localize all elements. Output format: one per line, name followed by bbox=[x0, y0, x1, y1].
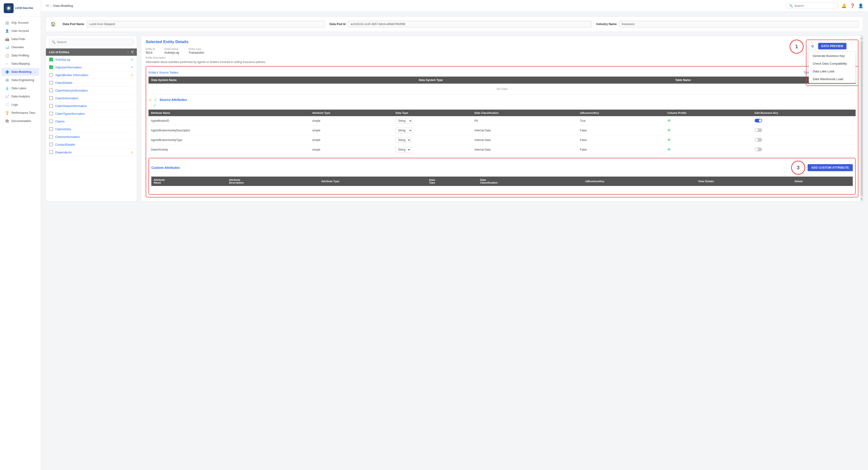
data-profiling-icon: 📋 bbox=[5, 54, 9, 57]
dropdown-item-data-lake-load[interactable]: Data Lake Load bbox=[809, 67, 855, 75]
topbar-search-input[interactable] bbox=[794, 4, 835, 7]
sidebar-item-data-modeling[interactable]: 🔷 Data Modeling › bbox=[1, 68, 39, 76]
scroll-down-arrow[interactable]: ▼ bbox=[860, 197, 863, 201]
org-account-icon: 🏢 bbox=[5, 21, 9, 25]
list-item[interactable]: ClaimTypeInformation bbox=[46, 110, 137, 118]
sidebar-item-data-pods[interactable]: 🗃️ Data Pods bbox=[1, 35, 39, 43]
data-type-select[interactable]: String bbox=[396, 147, 411, 152]
data-type-select[interactable]: String bbox=[396, 137, 411, 143]
checkbox-checked[interactable]: ✓ bbox=[49, 58, 53, 61]
main-content: 🏠 Data Pod Name Data Pod Id Industry Nam… bbox=[41, 12, 868, 470]
notification-icon[interactable]: 🔔 bbox=[841, 3, 846, 8]
list-item[interactable]: ClaimHistoryInformation bbox=[46, 87, 137, 94]
topbar-search[interactable]: 🔍 bbox=[786, 3, 838, 9]
data-type-select[interactable]: String Integer Date bbox=[396, 118, 412, 124]
sidebar-item-org-account[interactable]: 🏢 Org. Account bbox=[1, 19, 39, 27]
eye-icon[interactable]: 👁 bbox=[667, 138, 671, 142]
eye-icon[interactable]: 👁 bbox=[667, 119, 671, 123]
list-item[interactable]: ClaimInformation bbox=[46, 94, 137, 102]
gear-button[interactable]: ⚙ bbox=[809, 42, 816, 50]
list-item[interactable]: Dependents ⚠ bbox=[46, 149, 137, 156]
data-mapping-icon: ↔️ bbox=[5, 62, 9, 66]
list-item[interactable]: ClaimsData bbox=[46, 125, 137, 133]
checkbox-empty[interactable] bbox=[49, 112, 53, 116]
sidebar-item-data-engineering[interactable]: ⚙️ Data Engineering bbox=[1, 76, 39, 84]
datapod-industry-input[interactable] bbox=[619, 21, 859, 27]
datapod-name-label: Data Pod Name bbox=[63, 23, 84, 26]
checkbox-empty[interactable] bbox=[49, 143, 53, 146]
sidebar-item-performance-tiers[interactable]: 🏆 Performance Tiers bbox=[1, 109, 39, 117]
sidebar-item-data-mapping[interactable]: ↔️ Data Mapping bbox=[1, 60, 39, 68]
checkbox-empty[interactable] bbox=[49, 127, 53, 131]
toggle-off[interactable] bbox=[755, 148, 762, 151]
toggle-off[interactable] bbox=[755, 138, 762, 142]
list-item[interactable]: ✓ AdjusterInformation ✓ bbox=[46, 63, 137, 71]
entity-name: Claims bbox=[55, 120, 65, 123]
column-profile-cell[interactable]: 👁 bbox=[665, 126, 752, 135]
list-item[interactable]: ClaimStatusInformation bbox=[46, 102, 137, 110]
data-type-select[interactable]: String Integer bbox=[396, 128, 412, 133]
entity-name: ClaimHistoryInformation bbox=[55, 89, 88, 92]
sidebar-item-data-analytics[interactable]: 📈 Data Analytics bbox=[1, 93, 39, 100]
sidebar: LUCID Data Hub 🏢 Org. Account 👤 User Acc… bbox=[0, 0, 41, 470]
eye-icon[interactable]: 👁 bbox=[667, 128, 671, 132]
list-item[interactable]: ContactDetails bbox=[46, 141, 137, 149]
table-row-no-data: No Data bbox=[149, 84, 856, 95]
custom-attr-empty-row bbox=[151, 186, 853, 192]
help-icon[interactable]: ❓ bbox=[850, 3, 855, 8]
list-item[interactable]: ✓ ActivityLog ✓ bbox=[46, 56, 137, 63]
sidebar-item-user-account[interactable]: 👤 User Account bbox=[1, 27, 39, 35]
entity-search-input[interactable] bbox=[57, 40, 131, 44]
datapod-name-input[interactable] bbox=[87, 21, 325, 27]
user-avatar-icon[interactable]: 👤 bbox=[858, 3, 863, 8]
add-custom-attribute-button[interactable]: ADD CUSTOM ATTRIBUTE bbox=[808, 164, 853, 171]
checkbox-empty[interactable] bbox=[49, 104, 53, 108]
classification-cell: PII bbox=[472, 116, 578, 126]
sidebar-item-overview[interactable]: 📊 Overview bbox=[1, 43, 39, 51]
sidebar-item-data-profiling[interactable]: 📋 Data Profiling bbox=[1, 52, 39, 60]
sidebar-item-logs[interactable]: 📄 Logs bbox=[1, 101, 39, 109]
sort-icon[interactable]: ↓ bbox=[127, 50, 129, 54]
eye-icon[interactable]: 👁 bbox=[667, 148, 671, 152]
entity-desc-value: Information about activities performed b… bbox=[146, 60, 859, 64]
data-engineering-icon: ⚙️ bbox=[5, 78, 9, 82]
entity-source-tables-link[interactable]: Entity's Source Tables bbox=[149, 71, 178, 74]
column-profile-cell[interactable]: 👁 bbox=[665, 145, 752, 155]
dropdown-item-data-warehouse-load[interactable]: Data Warehouse Load bbox=[809, 75, 855, 83]
sidebar-item-label: Data Mapping bbox=[11, 62, 30, 65]
checkbox-empty[interactable] bbox=[49, 81, 53, 85]
user-account-icon: 👤 bbox=[5, 29, 9, 33]
checkbox-checked[interactable]: ✓ bbox=[49, 65, 53, 69]
list-item[interactable]: ClaimsInformation bbox=[46, 133, 137, 141]
column-profile-cell[interactable]: 👁 bbox=[665, 135, 752, 145]
scroll-bar[interactable]: ▲ ▼ bbox=[860, 36, 863, 201]
checkbox-empty[interactable] bbox=[49, 73, 53, 77]
sidebar-item-data-lakes[interactable]: 💧 Data Lakes bbox=[1, 84, 39, 92]
checkbox-empty[interactable] bbox=[49, 135, 53, 138]
entity-name: ContactDetails bbox=[55, 143, 75, 146]
checkbox-empty[interactable] bbox=[49, 150, 53, 154]
entity-items: ✓ ActivityLog ✓ ✓ AdjusterInformation ✓ … bbox=[46, 56, 137, 201]
breadcrumb-current: Data Modeling bbox=[53, 4, 73, 7]
checkbox-empty[interactable] bbox=[49, 96, 53, 100]
status-icon-blue: ✓ bbox=[131, 58, 133, 61]
checkbox-empty[interactable] bbox=[49, 119, 53, 123]
entity-search-box[interactable]: 🔍 bbox=[49, 39, 133, 45]
data-preview-button[interactable]: DATA PREVIEW bbox=[818, 43, 846, 50]
scroll-thumb[interactable] bbox=[861, 41, 863, 196]
list-item[interactable]: Claims bbox=[46, 118, 137, 125]
toggle-on[interactable] bbox=[755, 119, 762, 123]
toggle-off[interactable] bbox=[755, 128, 762, 132]
column-profile-cell[interactable]: 👁 bbox=[665, 116, 752, 126]
filter-icon[interactable]: ▽ bbox=[131, 50, 133, 54]
selected-entity-section: Selected Entity Details Entity Id 5014 E… bbox=[146, 39, 859, 64]
dropdown-item-check-data-compatibility[interactable]: Check Data Compatibility bbox=[809, 60, 855, 67]
checkbox-empty[interactable] bbox=[49, 89, 53, 92]
list-item[interactable]: ClaimDetails bbox=[46, 79, 137, 87]
scroll-up-arrow[interactable]: ▲ bbox=[860, 36, 863, 40]
sidebar-item-documentation[interactable]: 📚 Documentation bbox=[1, 117, 39, 125]
datapod-id-input[interactable] bbox=[348, 21, 592, 27]
dropdown-item-generate-business-key[interactable]: Generate Business Key bbox=[809, 52, 855, 60]
list-item[interactable]: AgentBroker Information ⚠ bbox=[46, 71, 137, 79]
source-attributes-table: Attribute Name Attribute Type Data Type … bbox=[149, 109, 856, 155]
